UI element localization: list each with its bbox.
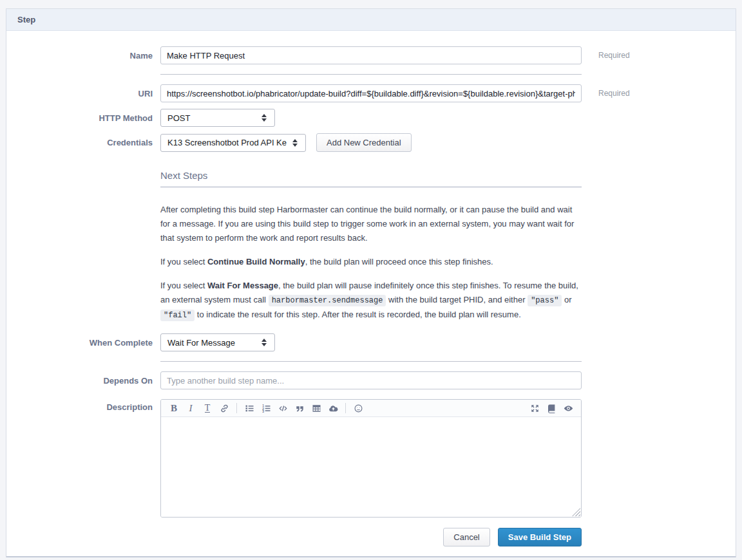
description-textarea[interactable] (161, 417, 581, 517)
bold-icon[interactable]: B (166, 401, 182, 415)
select-caret-icon (262, 339, 267, 346)
sendmessage-code: harbormaster.sendmessage (269, 295, 386, 306)
quote-icon[interactable] (291, 401, 308, 415)
name-row: Name Required (6, 46, 736, 64)
next-steps-paragraph-1: After completing this build step Harborm… (160, 203, 584, 245)
panel-title: Step (17, 15, 35, 24)
emoji-icon[interactable] (350, 401, 366, 415)
description-row: Description B I T (6, 399, 736, 518)
next-steps-paragraph-2: If you select Continue Build Normally, t… (160, 255, 584, 269)
form-divider (160, 74, 582, 75)
panel-header: Step (6, 9, 736, 31)
toolbar-separator (345, 403, 346, 413)
ordered-list-icon[interactable]: 1 2 3 (258, 401, 274, 415)
next-steps-heading: Next Steps (160, 170, 584, 181)
help-book-icon[interactable] (543, 401, 560, 415)
depends-on-row: Depends On (6, 371, 736, 389)
description-editor: B I T (160, 399, 582, 518)
name-label: Name (6, 51, 153, 61)
credentials-select[interactable]: K13 Screenshotbot Prod API Ke (160, 134, 306, 152)
save-build-step-button[interactable]: Save Build Step (498, 528, 582, 546)
italic-icon[interactable]: I (182, 401, 199, 415)
cloud-upload-icon[interactable] (325, 401, 341, 415)
toolbar-separator (236, 403, 237, 413)
svg-text:3: 3 (262, 410, 264, 413)
code-block-icon[interactable] (274, 401, 291, 415)
when-complete-label: When Complete (6, 338, 153, 348)
form-divider (160, 361, 582, 362)
http-method-select[interactable]: POST (160, 109, 275, 127)
next-steps-section: Next Steps After completing this build s… (160, 170, 584, 322)
link-icon[interactable] (216, 401, 233, 415)
build-step-form: Name Required URI Required HTTP Method P… (6, 31, 736, 556)
preview-eye-icon[interactable] (560, 401, 576, 415)
credentials-label: Credentials (6, 138, 153, 147)
depends-on-label: Depends On (6, 376, 153, 386)
http-method-row: HTTP Method POST (6, 109, 736, 127)
when-complete-row: When Complete Wait For Message (6, 333, 736, 351)
credentials-row: Credentials K13 Screenshotbot Prod API K… (6, 133, 736, 152)
next-steps-paragraph-3: If you select Wait For Message, the buil… (160, 279, 584, 322)
name-input[interactable] (160, 46, 582, 64)
http-method-label: HTTP Method (6, 113, 153, 123)
pass-code: "pass" (528, 295, 562, 306)
name-required-note: Required (598, 51, 630, 60)
monospace-icon[interactable]: T (199, 401, 216, 415)
remarkup-toolbar: B I T (161, 400, 581, 417)
section-rule (160, 187, 582, 187)
add-new-credential-button[interactable]: Add New Credential (316, 133, 412, 152)
cancel-button[interactable]: Cancel (443, 528, 490, 546)
uri-row: URI Required (6, 84, 736, 102)
credentials-value: K13 Screenshotbot Prod API Ke (167, 138, 287, 147)
table-icon[interactable] (308, 401, 325, 415)
when-complete-value: Wait For Message (167, 338, 235, 348)
unordered-list-icon[interactable] (241, 401, 258, 415)
form-actions: Cancel Save Build Step (160, 528, 582, 546)
select-caret-icon (262, 114, 267, 122)
build-step-panel: Step Name Required URI Required HTTP Met… (6, 8, 736, 557)
uri-input[interactable] (160, 84, 582, 102)
uri-required-note: Required (598, 89, 630, 98)
depends-on-input[interactable] (160, 371, 582, 389)
when-complete-select[interactable]: Wait For Message (160, 333, 275, 351)
uri-label: URI (6, 89, 153, 98)
fail-code: "fail" (160, 310, 195, 321)
http-method-value: POST (167, 113, 190, 123)
select-caret-icon (292, 139, 298, 147)
description-label: Description (6, 399, 153, 412)
fullscreen-icon[interactable] (526, 401, 543, 415)
